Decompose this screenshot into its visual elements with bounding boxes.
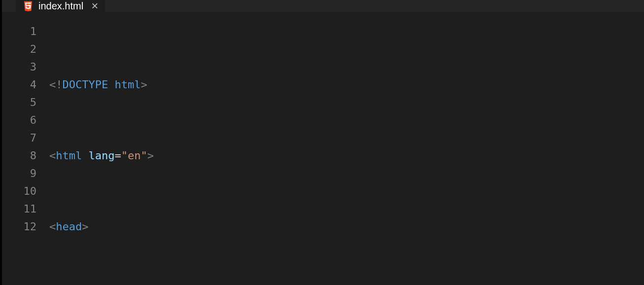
line-number: 9 — [2, 165, 36, 182]
code-token: < — [49, 147, 56, 165]
code-token: > — [141, 76, 147, 94]
line-number-gutter: 1 2 3 4 5 6 7 8 9 10 11 12 — [2, 23, 49, 285]
code-token: > — [82, 218, 88, 236]
code-token: = — [114, 147, 121, 165]
tab-index-html[interactable]: index.html × — [16, 0, 105, 12]
code-line[interactable]: <!DOCTYPE html> — [49, 76, 644, 94]
code-token: " — [141, 147, 147, 165]
code-token: < — [49, 218, 56, 236]
code-line[interactable]: <html lang="en"> — [49, 147, 644, 165]
line-number: 6 — [2, 111, 36, 129]
close-icon[interactable]: × — [91, 0, 98, 12]
line-number: 3 — [2, 58, 36, 76]
code-area[interactable]: <!DOCTYPE html> <html lang="en"> <head> … — [49, 23, 644, 285]
code-token: DOCTYPE — [63, 76, 108, 94]
line-number: 7 — [2, 129, 36, 147]
code-token: > — [147, 147, 154, 165]
tab-filename: index.html — [38, 0, 83, 12]
line-number: 8 — [2, 147, 36, 165]
editor-window: index.html × 1 2 3 4 5 6 7 8 9 10 11 12 … — [0, 0, 644, 285]
code-token: head — [56, 218, 82, 236]
tab-bar: index.html × — [2, 0, 644, 12]
code-token — [82, 147, 88, 165]
line-number: 1 — [2, 23, 36, 40]
code-token: <! — [49, 76, 63, 94]
line-number: 4 — [2, 76, 36, 94]
code-token: " — [121, 147, 128, 165]
line-number: 5 — [2, 94, 36, 111]
code-token: lang — [88, 147, 114, 165]
line-number: 12 — [2, 218, 36, 236]
code-token: html — [114, 76, 141, 94]
code-token: html — [56, 147, 82, 165]
code-editor[interactable]: 1 2 3 4 5 6 7 8 9 10 11 12 <!DOCTYPE htm… — [2, 12, 644, 285]
line-number: 10 — [2, 182, 36, 200]
line-number: 11 — [2, 200, 36, 218]
html5-icon — [23, 0, 34, 11]
code-token — [108, 76, 114, 94]
line-number: 2 — [2, 40, 36, 58]
code-token: en — [128, 147, 141, 165]
code-line[interactable]: <head> — [49, 218, 644, 236]
